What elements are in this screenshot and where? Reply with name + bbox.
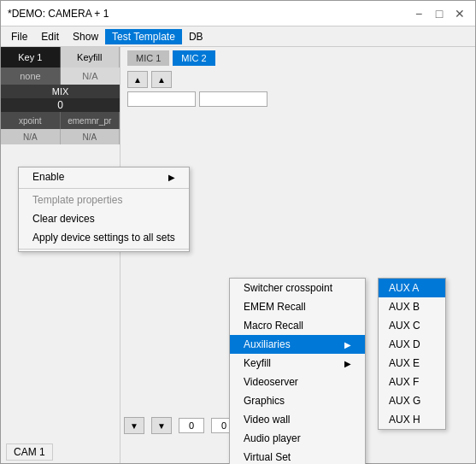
arrow-down-1[interactable]: ▼ [124, 417, 144, 434]
main-area: Key 1 Keyfill none N/A MIX 0 xpoint emem… [1, 47, 475, 463]
key-row: Key 1 Keyfill [1, 47, 120, 68]
titlebar: *DEMO: CAMERA + 1 − □ ✕ [1, 1, 475, 26]
arrow-up-2[interactable]: ▲ [151, 71, 172, 88]
window-title: *DEMO: CAMERA + 1 [8, 8, 410, 20]
none-row: none N/A [1, 68, 120, 85]
na-cell-left: N/A [1, 129, 61, 144]
aux-e-item[interactable]: AUX E [379, 354, 445, 373]
na-cell-top: N/A [61, 68, 120, 85]
key-1-cell[interactable]: Key 1 [1, 47, 61, 68]
ctx-separator-1 [19, 188, 189, 189]
close-button[interactable]: ✕ [451, 5, 468, 22]
submenu-aux: Switcher crosspoint EMEM Recall Macro Re… [229, 278, 366, 464]
main-window: *DEMO: CAMERA + 1 − □ ✕ File Edit Show T… [0, 0, 476, 464]
ctx-item-template-props: Template properties [19, 191, 189, 209]
menu-db[interactable]: DB [182, 29, 210, 44]
text-input-2[interactable] [199, 91, 267, 107]
ctx-item-video-wall[interactable]: Video wall [230, 410, 365, 429]
context-menu: Enable ▶ Template properties Clear devic… [18, 167, 190, 252]
ctx-item-switcher[interactable]: Switcher crosspoint [230, 279, 365, 297]
aux-d-item[interactable]: AUX D [379, 335, 445, 354]
ctx-item-enable[interactable]: Enable ▶ [19, 167, 189, 186]
titlebar-buttons: − □ ✕ [410, 5, 468, 22]
na-cell-right: N/A [61, 129, 120, 144]
arrow-row-top: ▲ ▲ [120, 69, 475, 90]
ememnr-cell: ememnr_pr [61, 112, 120, 129]
keyfill-arrow-icon: ▶ [344, 359, 351, 368]
ctx-item-keyfill[interactable]: Keyfill ▶ [230, 354, 365, 373]
mix-section: MIX [1, 85, 120, 98]
ctx-item-emem[interactable]: EMEM Recall [230, 297, 365, 316]
ctx-item-macro[interactable]: Macro Recall [230, 316, 365, 335]
value-box-1: 0 [179, 418, 204, 433]
ctx-item-audio-player[interactable]: Audio player [230, 429, 365, 448]
ctx-item-clear-devices[interactable]: Clear devices [19, 209, 189, 228]
xpoint-row: xpoint ememnr_pr [1, 112, 120, 129]
mix-value: 0 [1, 98, 120, 112]
arrow-down-2[interactable]: ▼ [151, 417, 172, 434]
enable-arrow-icon: ▶ [168, 173, 175, 182]
ctx-item-videoserver[interactable]: Videoserver [230, 373, 365, 391]
mic-2-button[interactable]: MIC 2 [173, 50, 214, 66]
ctx-item-virtual-set[interactable]: Virtual Set [230, 448, 365, 464]
keyfill-cell: Keyfill [61, 47, 120, 68]
aux-f-item[interactable]: AUX F [379, 373, 445, 391]
na-row-bottom: N/A N/A [1, 129, 120, 144]
aux-items-submenu: AUX A AUX B AUX C AUX D AUX E AUX F AUX … [378, 278, 446, 430]
cam-label: CAM 1 [6, 443, 53, 461]
cam-label-container: CAM 1 [6, 446, 53, 458]
aux-a-item[interactable]: AUX A [379, 279, 445, 297]
aux-b-item[interactable]: AUX B [379, 297, 445, 316]
input-row [120, 90, 475, 109]
bottom-controls: ▼ ▼ 0 0 [120, 414, 240, 438]
none-cell[interactable]: none [1, 68, 61, 85]
minimize-button[interactable]: − [410, 5, 427, 22]
menu-test-template[interactable]: Test Template [105, 29, 182, 44]
mix-label: MIX [52, 86, 69, 97]
aux-g-item[interactable]: AUX G [379, 391, 445, 410]
arrow-up-1[interactable]: ▲ [127, 71, 148, 88]
left-panel: Key 1 Keyfill none N/A MIX 0 xpoint emem… [1, 47, 120, 463]
ctx-item-auxiliaries[interactable]: Auxiliaries ▶ [230, 335, 365, 354]
menu-show[interactable]: Show [66, 29, 105, 44]
text-input-1[interactable] [127, 91, 196, 107]
xpoint-cell[interactable]: xpoint [1, 112, 61, 129]
mic-1-button[interactable]: MIC 1 [127, 50, 169, 66]
menubar: File Edit Show Test Template DB [1, 26, 475, 47]
maximize-button[interactable]: □ [431, 5, 448, 22]
menu-file[interactable]: File [4, 29, 34, 44]
mic-row: MIC 1 MIC 2 [120, 47, 475, 69]
menu-edit[interactable]: Edit [34, 29, 66, 44]
aux-arrow-icon: ▶ [344, 340, 351, 349]
aux-c-item[interactable]: AUX C [379, 316, 445, 335]
aux-h-item[interactable]: AUX H [379, 410, 445, 429]
ctx-item-graphics[interactable]: Graphics [230, 391, 365, 410]
ctx-separator-2 [19, 249, 189, 250]
ctx-item-apply-device[interactable]: Apply device settings to all sets [19, 228, 189, 247]
